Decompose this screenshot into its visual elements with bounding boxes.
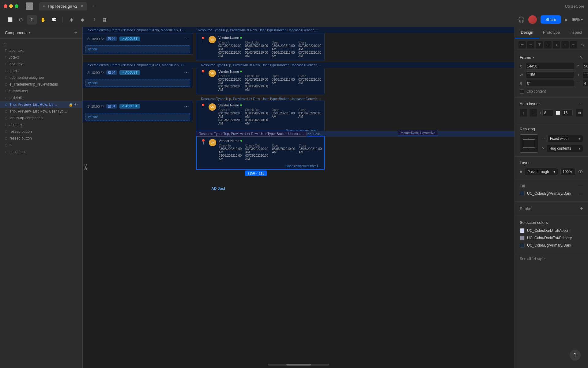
layer-item-ut-text-1[interactable]: T ut text (0, 54, 82, 61)
visibility-icon[interactable]: 👁 (74, 103, 77, 107)
adjust-btn-2[interactable]: ✓ ADJUST (119, 70, 140, 75)
w-input[interactable] (525, 71, 575, 78)
blend-mode-select[interactable]: Pass through ▾ (525, 168, 558, 175)
frame-tool[interactable]: ⬡ (16, 15, 26, 25)
mask-tool[interactable]: ◆ (77, 15, 87, 25)
direction-right[interactable]: → (530, 109, 537, 117)
zoom-control[interactable]: 66% ▾ (572, 17, 583, 22)
tab-prototype[interactable]: Prototype (539, 27, 564, 38)
home-icon[interactable]: ⌂ (26, 2, 33, 10)
layer-item-pdetails[interactable]: ⬡ p-details (0, 94, 82, 101)
direction-down[interactable]: ↓ (520, 109, 527, 117)
hug-contents-select[interactable]: Hug contents ▾ (547, 145, 583, 152)
align-left[interactable]: ⊢ (518, 41, 526, 48)
y-input[interactable] (582, 63, 588, 70)
distribute-h[interactable]: ⋯ (570, 41, 577, 48)
sel-swatch-1[interactable] (520, 228, 525, 233)
avatar[interactable] (528, 15, 537, 24)
active-tab[interactable]: ✏ Trip Redesign v2 ✕ (39, 2, 87, 10)
layer-item[interactable]: PO (0, 41, 82, 47)
sel-swatch-3[interactable] (520, 243, 525, 248)
opacity-input[interactable] (560, 168, 576, 175)
comment-tool[interactable]: 💬 (49, 15, 59, 25)
wrap-icon[interactable]: ⊞ (576, 109, 583, 117)
see-all-styles[interactable]: See all 14 styles (515, 254, 588, 263)
layer-item-pressed-1[interactable]: ⬡ ressed button (0, 128, 82, 135)
layer-item-broker-2[interactable]: ⬡ Trip, Preview=List Row, User Type=Brok… (0, 108, 82, 115)
remove-fill-icon[interactable]: — (578, 183, 583, 189)
align-middle-v[interactable]: ↕ (553, 41, 560, 48)
layer-item-tabel-text[interactable]: T e_tabel-text (0, 88, 82, 94)
canvas-scrollbar-thumb[interactable] (286, 364, 311, 366)
frame-vendor-3[interactable]: 📍 VN Vendor Name Check In03/03/202210:00… (196, 101, 325, 134)
add-tab-button[interactable]: + (92, 3, 95, 9)
gap-input[interactable] (542, 109, 553, 116)
tab-inspect[interactable]: Inspect (564, 27, 588, 38)
fixed-width-select[interactable]: Fixed width ▾ (547, 135, 583, 142)
frame-vendor-2[interactable]: 📍 VN Vendor Name Check In03/03/202210:00… (196, 67, 325, 94)
fullscreen-icon[interactable]: ⤡ (581, 41, 584, 48)
clip-content-checkbox[interactable] (520, 89, 524, 94)
menu-dots-2[interactable]: ⋯ (184, 70, 189, 75)
play-button[interactable]: ▶ (565, 17, 568, 22)
layer-item-assignee[interactable]: ⬡ udementrip-assignee (0, 74, 82, 81)
theme-tool[interactable]: ☽ (89, 15, 98, 25)
x-input[interactable] (525, 63, 575, 70)
auto-layout-collapse-icon[interactable]: — (579, 101, 583, 106)
lock-icon[interactable]: 🔒 (69, 103, 73, 107)
add-component-button[interactable]: + (74, 29, 77, 36)
sel-swatch-2[interactable] (520, 236, 525, 240)
headphone-icon[interactable]: 🎧 (518, 16, 525, 23)
add-stroke-button[interactable]: + (580, 205, 583, 212)
close-button[interactable] (4, 4, 7, 8)
layer-item-ut-text-2[interactable]: T ut text (0, 67, 82, 74)
canvas[interactable]: electable=Yes, Parent (Nested Component)… (83, 27, 514, 368)
frame-selected[interactable]: 📍 VN Vendor Name Check In03/03/202210:00… (196, 136, 325, 170)
layer-item-reviewstatus[interactable]: ⬡ e_Tradementrip_reviewstatus (0, 81, 82, 88)
grid-tool[interactable]: ▦ (100, 15, 109, 25)
fill-remove-icon[interactable]: — (579, 191, 583, 196)
tab-design[interactable]: Design (515, 27, 539, 38)
select-tool[interactable]: ⬜ (5, 15, 15, 25)
badge-04-1: 🖼 04 (106, 36, 117, 41)
layer-item-label-text-2[interactable]: T label-text (0, 61, 82, 67)
text-tool[interactable]: T (27, 15, 37, 25)
r-input[interactable] (525, 80, 575, 87)
align-right[interactable]: ⊤ (536, 41, 543, 48)
layer-item-s[interactable]: ⬡ s (0, 142, 82, 148)
component-tool[interactable]: ◈ (66, 15, 76, 25)
fullscreen-button[interactable] (15, 4, 18, 8)
menu-dots-3[interactable]: ⋯ (184, 103, 189, 109)
frame-trip-2[interactable]: ⏱ 10:00 ↻ 🖼 04 ✓ ADJUST ⋯ ry here (83, 67, 193, 88)
canvas-scrollbar[interactable] (268, 364, 329, 366)
visibility-toggle[interactable]: 👁 (578, 169, 583, 174)
layer-item-swap[interactable]: ⬡ ion-swap-component (0, 115, 82, 121)
frame-expand-icon[interactable]: ⤡ (579, 55, 583, 60)
padding-input[interactable] (562, 109, 573, 116)
help-button[interactable]: ? (570, 350, 581, 361)
minimize-button[interactable] (9, 4, 13, 8)
adjust-btn-1[interactable]: ✓ ADJUST (119, 36, 140, 41)
tab-close-icon[interactable]: ✕ (81, 4, 83, 8)
layer-item-pressed-2[interactable]: ⬡ ressed button (0, 135, 82, 142)
fill-swatch[interactable] (520, 191, 525, 196)
share-button[interactable]: Share (541, 15, 561, 24)
frame-vendor-1[interactable]: 📍 VN Vendor Name Check In 03/03/202210:0… (196, 33, 325, 60)
pin-icon-2: 📍 (200, 70, 206, 75)
layer-item-label-text-3[interactable]: T label-text (0, 121, 82, 128)
hand-tool[interactable]: ✋ (38, 15, 48, 25)
corner-input[interactable] (582, 80, 588, 87)
menu-dots-1[interactable]: ⋯ (184, 36, 189, 42)
adjust-btn-3[interactable]: ✓ ADJUST (119, 104, 140, 109)
frame-trip-3[interactable]: ⏱ 10:00 ↻ 🖼 04 ✓ ADJUST ⋯ ry here (83, 101, 193, 122)
layer-label: label-text (9, 48, 24, 53)
h-input[interactable] (582, 71, 588, 78)
layer-item-label-text-1[interactable]: T label-text (0, 47, 82, 54)
align-bottom[interactable]: ↔ (561, 41, 569, 48)
frame-trip-1[interactable]: ⏱ 10:00 ↻ 🖼 04 ✓ ADJUST ⋯ ry here (83, 33, 193, 55)
swap-component-link-selected[interactable]: Swap component from l... (197, 163, 324, 169)
layer-item-broker-selected[interactable]: ⬡ Trip, Preview=List Row, User Type=Brok… (0, 101, 82, 108)
align-top[interactable]: ⊥ (544, 41, 552, 48)
align-center-h[interactable]: ⊣ (527, 41, 534, 48)
layer-item-content[interactable]: ⬡ nt content (0, 148, 82, 155)
